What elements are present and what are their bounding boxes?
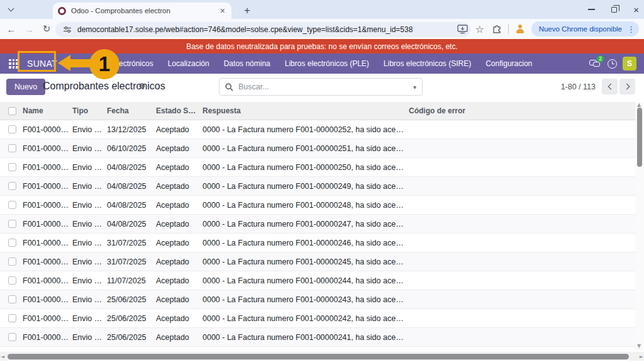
window-minimize-icon[interactable] (588, 9, 595, 9)
table-row[interactable]: F001-00000243 Envio onli... 25/06/2025 A… (0, 290, 635, 309)
row-checkbox[interactable] (8, 239, 16, 247)
nav-item-2[interactable]: Datos nómina (224, 59, 270, 68)
row-checkbox[interactable] (8, 220, 16, 228)
install-icon[interactable] (457, 25, 468, 34)
row-checkbox[interactable] (8, 314, 16, 322)
horizontal-scrollbar-thumb[interactable] (8, 354, 629, 359)
site-settings-icon[interactable] (63, 25, 72, 34)
messages-icon[interactable]: 2 (589, 59, 602, 69)
column-header-estado[interactable]: Estado Sun... (156, 106, 203, 115)
column-header-codigo[interactable]: Código de error (408, 106, 635, 115)
row-checkbox[interactable] (8, 276, 16, 285)
pager-previous-button[interactable] (602, 79, 618, 94)
cell-name[interactable]: F001-00000251 (23, 144, 72, 153)
table-row[interactable]: F001-00000251 Envio onli... 06/10/2025 A… (0, 139, 635, 158)
cell-fecha[interactable]: 06/10/2025 (107, 144, 156, 153)
cell-fecha[interactable]: 31/07/2025 (107, 239, 156, 247)
row-checkbox[interactable] (8, 125, 16, 133)
new-record-button[interactable]: Nuevo (6, 79, 45, 95)
cell-estado[interactable]: Aceptado (156, 201, 203, 210)
window-close-icon[interactable]: × (633, 5, 639, 14)
cell-name[interactable]: F001-00000242 (23, 314, 72, 323)
row-checkbox[interactable] (8, 163, 16, 171)
row-checkbox[interactable] (8, 257, 16, 266)
view-settings-gear-icon[interactable]: ⚙ (138, 81, 146, 91)
cell-estado[interactable]: Aceptado (156, 257, 203, 266)
cell-estado[interactable]: Aceptado (156, 333, 203, 342)
cell-estado[interactable]: Aceptado (156, 314, 203, 323)
cell-name[interactable]: F001-00000244 (23, 276, 72, 285)
cell-name[interactable]: F001-00000248 (23, 201, 72, 210)
cell-fecha[interactable]: 25/06/2025 (107, 333, 156, 342)
cell-tipo[interactable]: Envio onli... (72, 314, 107, 323)
new-tab-button[interactable]: + (240, 4, 254, 18)
cell-estado[interactable]: Aceptado (156, 163, 203, 172)
cell-tipo[interactable]: Envio onli... (72, 295, 107, 304)
column-header-respuesta[interactable]: Respuesta (203, 106, 408, 115)
cell-estado[interactable]: Aceptado (156, 220, 203, 229)
nav-item-5[interactable]: Configuracion (486, 59, 532, 68)
browser-menu-kebab-icon[interactable]: ⋮ (627, 25, 635, 34)
tab-close-icon[interactable]: × (219, 6, 226, 15)
bookmark-star-icon[interactable]: ☆ (474, 23, 486, 35)
apps-grid-icon[interactable] (9, 59, 18, 69)
cell-respuesta[interactable]: 0000 - La Factura numero F001-00000247, … (203, 220, 408, 229)
row-checkbox[interactable] (8, 144, 16, 152)
cell-tipo[interactable]: Envio onli... (72, 220, 107, 229)
cell-fecha[interactable]: 25/06/2025 (107, 314, 156, 323)
cell-name[interactable]: F001-00000247 (23, 220, 72, 229)
cell-respuesta[interactable]: 0000 - La Factura numero F001-00000250, … (203, 163, 408, 172)
cell-tipo[interactable]: Envio onli... (72, 125, 107, 134)
cell-name[interactable]: F001-00000246 (23, 239, 72, 247)
cell-respuesta[interactable]: 0000 - La Factura numero F001-00000242, … (203, 314, 408, 323)
reload-icon[interactable]: ↻ (38, 23, 55, 35)
vertical-scrollbar-thumb[interactable] (637, 108, 642, 167)
cell-estado[interactable]: Aceptado (156, 125, 203, 134)
cell-respuesta[interactable]: 0000 - La Factura numero F001-00000251, … (203, 144, 408, 153)
cell-respuesta[interactable]: 0000 - La Factura numero F001-00000243, … (203, 295, 408, 304)
row-checkbox[interactable] (8, 201, 16, 209)
cell-estado[interactable]: Aceptado (156, 182, 203, 191)
cell-fecha[interactable]: 11/07/2025 (107, 276, 156, 285)
table-row[interactable]: F001-00000246 Envio onli... 31/07/2025 A… (0, 234, 635, 252)
cell-respuesta[interactable]: 0000 - La Factura numero F001-00000252, … (203, 125, 408, 134)
table-row[interactable]: F001-00000250 Envio onli... 04/08/2025 A… (0, 158, 635, 177)
tab-search-chevron-icon[interactable] (5, 4, 16, 14)
cell-respuesta[interactable]: 0000 - La Factura numero F001-00000246, … (203, 239, 408, 247)
cell-tipo[interactable]: Envio onli... (72, 257, 107, 266)
cell-tipo[interactable]: Envio onli... (72, 276, 107, 285)
search-dropdown-caret-icon[interactable]: ▾ (413, 84, 416, 91)
cell-fecha[interactable]: 04/08/2025 (107, 182, 156, 191)
window-restore-icon[interactable] (611, 7, 617, 13)
forward-icon[interactable]: → (20, 24, 38, 35)
table-row[interactable]: F001-00000249 Envio onli... 04/08/2025 A… (0, 177, 635, 196)
cell-name[interactable]: F001-00000252 (23, 125, 72, 134)
cell-respuesta[interactable]: 0000 - La Factura numero F001-00000245, … (203, 257, 408, 266)
cell-estado[interactable]: Aceptado (156, 276, 203, 285)
scroll-up-icon[interactable]: ▲ (637, 102, 641, 108)
cell-respuesta[interactable]: 0000 - La Factura numero F001-00000241, … (203, 333, 408, 342)
pager-next-button[interactable] (619, 79, 635, 94)
nav-item-4[interactable]: Libros electrónicos (SIRE) (384, 59, 471, 68)
cell-fecha[interactable]: 04/08/2025 (107, 163, 156, 172)
cell-estado[interactable]: Aceptado (156, 295, 203, 304)
cell-fecha[interactable]: 04/08/2025 (107, 201, 156, 210)
table-row[interactable]: F001-00000252 Envio onli... 13/12/2025 A… (0, 120, 635, 139)
nav-item-1[interactable]: Localización (168, 59, 209, 68)
back-icon[interactable]: ← (3, 24, 20, 35)
cell-tipo[interactable]: Envio onli... (72, 163, 107, 172)
cell-fecha[interactable]: 13/12/2025 (107, 125, 156, 134)
cell-respuesta[interactable]: 0000 - La Factura numero F001-00000248, … (203, 201, 408, 210)
table-row[interactable]: F001-00000241 Envio onli... 25/06/2025 A… (0, 328, 635, 347)
table-row[interactable]: F001-00000245 Envio onli... 31/07/2025 A… (0, 252, 635, 271)
profile-avatar-icon[interactable] (515, 24, 525, 34)
cell-tipo[interactable]: Envio onli... (72, 182, 107, 191)
cell-name[interactable]: F001-00000250 (23, 163, 72, 172)
table-row[interactable]: F001-00000247 Envio onli... 04/08/2025 A… (0, 215, 635, 234)
nav-item-3[interactable]: Libros electrónicos (PLE) (285, 59, 369, 68)
cell-tipo[interactable]: Envio onli... (72, 201, 107, 210)
table-row[interactable]: F001-00000242 Envio onli... 25/06/2025 A… (0, 309, 635, 328)
cell-name[interactable]: F001-00000249 (23, 182, 72, 191)
vertical-scrollbar[interactable]: ▲ ▼ (635, 102, 644, 350)
cell-respuesta[interactable]: 0000 - La Factura numero F001-00000249, … (203, 182, 408, 191)
